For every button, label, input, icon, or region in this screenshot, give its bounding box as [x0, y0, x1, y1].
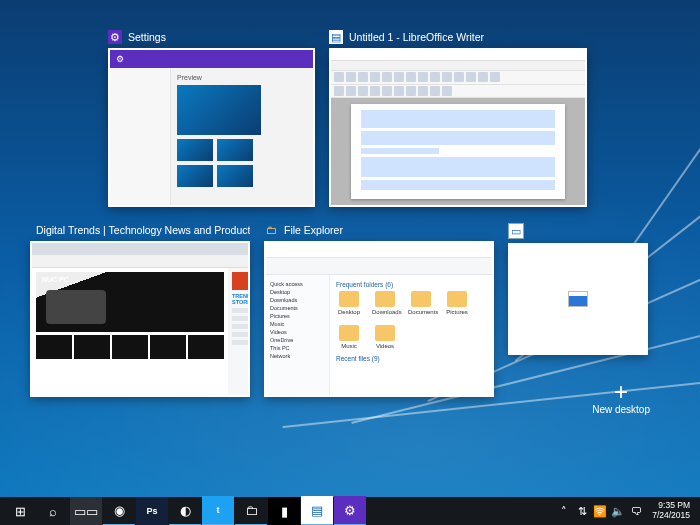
new-desktop-label: New desktop	[592, 404, 650, 415]
window-title: File Explorer	[284, 224, 343, 236]
article-nuc-label: NUC PC	[42, 276, 69, 283]
explorer-nav-item[interactable]: Network	[270, 353, 325, 359]
explorer-nav-item[interactable]: OneDrive	[270, 337, 325, 343]
window-title: Untitled 1 - LibreOffice Writer	[349, 31, 484, 43]
explorer-nav-item[interactable]: Quick access	[270, 281, 325, 287]
taskbar: ⊞⌕▭▭◉Ps◐t🗀▮▤⚙ ˄⇅🛜🔈🗨 9:35 PM 7/24/2015	[0, 497, 700, 525]
taskbar-start-button[interactable]: ⊞	[4, 497, 36, 525]
explorer-group-frequent: Frequent folders (6)	[336, 281, 486, 288]
taskbar-tweetdeck-button[interactable]: t	[202, 496, 234, 525]
window-thumb-chrome[interactable]: Digital Trends | Technology News and Pro…	[30, 223, 250, 397]
clock-date: 7/24/2015	[652, 511, 690, 521]
window-title: Digital Trends | Technology News and Pro…	[36, 224, 250, 236]
window-thumb-settings[interactable]: ⚙ Settings ⚙ Preview	[108, 30, 315, 207]
generic-window-icon: ▭	[508, 223, 524, 239]
explorer-folder[interactable]: Documents	[408, 291, 434, 315]
plus-icon: +	[592, 380, 650, 404]
new-desktop-button[interactable]: + New desktop	[592, 380, 650, 415]
tray-icon-2[interactable]: 🛜	[591, 505, 609, 518]
explorer-nav-item[interactable]: Downloads	[270, 297, 325, 303]
taskbar-steam-button[interactable]: ◐	[169, 496, 201, 525]
explorer-folder[interactable]: Music	[336, 325, 362, 349]
taskbar-photoshop-button[interactable]: Ps	[136, 497, 168, 525]
settings-preview-label: Preview	[177, 74, 307, 81]
explorer-nav-item[interactable]: Desktop	[270, 289, 325, 295]
window-thumb-blank[interactable]: ▭	[508, 223, 648, 397]
window-thumb-explorer[interactable]: 🗀 File Explorer Quick accessDesktopDownl…	[264, 223, 494, 397]
taskbar-chrome-button[interactable]: ◉	[103, 496, 135, 525]
explorer-group-recent: Recent files (9)	[336, 355, 486, 362]
explorer-nav-item[interactable]: Documents	[270, 305, 325, 311]
explorer-nav-item[interactable]: This PC	[270, 345, 325, 351]
tray-icon-4[interactable]: 🗨	[627, 505, 645, 518]
tray-icon-0[interactable]: ˄	[555, 505, 573, 518]
taskbar-terminal-button[interactable]: ▮	[268, 497, 300, 525]
taskbar-settings-button[interactable]: ⚙	[334, 496, 366, 525]
explorer-folder[interactable]: Videos	[372, 325, 398, 349]
taskbar-writer-button[interactable]: ▤	[301, 496, 333, 525]
taskbar-search-button[interactable]: ⌕	[37, 497, 69, 525]
task-view-overlay: ⚙ Settings ⚙ Preview	[30, 30, 670, 465]
window-title: Settings	[128, 31, 166, 43]
settings-icon: ⚙	[108, 30, 122, 44]
explorer-nav-item[interactable]: Music	[270, 321, 325, 327]
writer-icon: ▤	[329, 30, 343, 44]
taskbar-clock[interactable]: 9:35 PM 7/24/2015	[646, 501, 696, 521]
tray-icon-3[interactable]: 🔈	[609, 505, 627, 518]
explorer-folder[interactable]: Pictures	[444, 291, 470, 315]
trending-header: TRENDING STORIES	[232, 293, 250, 305]
window-thumb-writer[interactable]: ▤ Untitled 1 - LibreOffice Writer	[329, 30, 587, 207]
taskbar-explorer-button[interactable]: 🗀	[235, 496, 267, 525]
taskbar-task-view-button[interactable]: ▭▭	[70, 497, 102, 525]
folder-icon: 🗀	[264, 223, 278, 237]
explorer-nav-item[interactable]: Pictures	[270, 313, 325, 319]
explorer-nav-item[interactable]: Videos	[270, 329, 325, 335]
tray-icon-1[interactable]: ⇅	[573, 505, 591, 518]
explorer-folder[interactable]: Downloads	[372, 291, 398, 315]
explorer-folder[interactable]: Desktop	[336, 291, 362, 315]
